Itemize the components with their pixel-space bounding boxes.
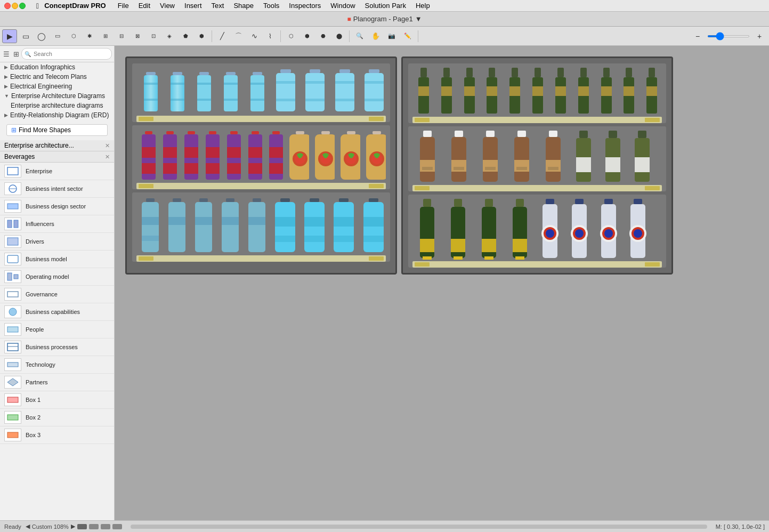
shape-item-partners[interactable]: Partners bbox=[0, 374, 114, 391]
tool-7[interactable]: ⊟ bbox=[114, 29, 129, 43]
menu-text[interactable]: Text bbox=[207, 2, 229, 10]
arc-tool[interactable]: ⌒ bbox=[231, 29, 246, 43]
shape-item-business-design[interactable]: Business design sector bbox=[0, 198, 114, 215]
line-tool[interactable]: ╱ bbox=[215, 29, 230, 43]
shape-item-technology[interactable]: Technology bbox=[0, 356, 114, 374]
page-indicator-4[interactable] bbox=[112, 524, 122, 529]
page-indicator-2[interactable] bbox=[89, 524, 99, 529]
products-row bbox=[412, 199, 662, 260]
shape-item-business-cap[interactable]: Business capabilities bbox=[0, 303, 114, 321]
lib-header-enterprise[interactable]: Enterprise architecture... ✕ bbox=[0, 140, 114, 151]
menu-insert[interactable]: Insert bbox=[180, 2, 206, 10]
title-dropdown-arrow[interactable]: ▼ bbox=[415, 15, 422, 23]
camera-tool[interactable]: 📷 bbox=[384, 29, 399, 43]
sidebar-item-enterprise-sub[interactable]: Enterprise architecture diagrams bbox=[0, 101, 114, 110]
lib-close-icon[interactable]: ✕ bbox=[105, 154, 110, 160]
tool-4[interactable]: ⬡ bbox=[66, 29, 81, 43]
find-shapes-button[interactable]: ⊞ Find More Shapes bbox=[6, 124, 108, 136]
search-wrap: 🔍 bbox=[21, 48, 112, 60]
shape-item-influencers[interactable]: Influencers bbox=[0, 215, 114, 233]
shape-item-business-proc[interactable]: Business processes bbox=[0, 338, 114, 356]
poly-tool-4[interactable]: ⬤ bbox=[331, 29, 346, 43]
zoom-slider[interactable] bbox=[707, 35, 750, 37]
zoom-out-button[interactable]: − bbox=[690, 29, 705, 43]
page-indicator-3[interactable] bbox=[101, 524, 110, 529]
poly-tool-1[interactable]: ⬡ bbox=[284, 29, 298, 43]
zoom-in-btn[interactable]: 🔍 bbox=[352, 29, 367, 43]
menu-view[interactable]: View bbox=[156, 2, 179, 10]
sidebar-item-education[interactable]: ▶ Education Infographics bbox=[0, 62, 114, 72]
shape-item-business-intent[interactable]: Business intent sector bbox=[0, 180, 114, 198]
page-indicator-1[interactable] bbox=[77, 524, 87, 529]
poly-tool-2[interactable]: ⬢ bbox=[299, 29, 314, 43]
shape-item-operating-model[interactable]: Operating model bbox=[0, 268, 114, 286]
tool-10[interactable]: ◈ bbox=[162, 29, 177, 43]
shape-item-enterprise[interactable]: Enterprise bbox=[0, 163, 114, 180]
prev-page-btn[interactable]: ◀ bbox=[26, 523, 30, 530]
whiskey-bottle bbox=[538, 131, 568, 184]
minimize-button[interactable] bbox=[12, 3, 18, 9]
svg-rect-100 bbox=[146, 198, 155, 202]
svg-rect-173 bbox=[486, 131, 495, 137]
sidebar-list-view[interactable]: ☰ bbox=[2, 48, 11, 60]
select-tool[interactable]: ▶ bbox=[2, 29, 17, 43]
sidebar-item-electrical[interactable]: ▶ Electrical Engineering bbox=[0, 82, 114, 91]
vodka-bottle bbox=[565, 199, 593, 260]
pen-tool-2[interactable]: ✏️ bbox=[400, 29, 415, 43]
sidebar-grid-view[interactable]: ⊞ bbox=[12, 48, 20, 60]
shape-item-people[interactable]: People bbox=[0, 321, 114, 338]
rounded-rect-tool[interactable]: ▭ bbox=[50, 29, 65, 43]
svg-rect-83 bbox=[269, 163, 283, 174]
tool-6[interactable]: ⊞ bbox=[98, 29, 113, 43]
menu-edit[interactable]: Edit bbox=[134, 2, 155, 10]
menu-tools[interactable]: Tools bbox=[259, 2, 284, 10]
svg-rect-122 bbox=[304, 217, 325, 227]
horizontal-scrollbar[interactable] bbox=[131, 525, 707, 529]
hand-tool[interactable]: ✋ bbox=[368, 29, 383, 43]
wine-bottle-dark bbox=[595, 68, 617, 116]
shape-item-box3[interactable]: Box 3 bbox=[0, 426, 114, 444]
lib-close-icon[interactable]: ✕ bbox=[105, 142, 110, 149]
menu-help[interactable]: Help bbox=[411, 2, 434, 10]
tool-9[interactable]: ⊡ bbox=[146, 29, 161, 43]
tool-11[interactable]: ⬟ bbox=[178, 29, 193, 43]
sidebar-item-erd[interactable]: ▶ Entity-Relationship Diagram (ERD) bbox=[0, 110, 114, 120]
svg-rect-42 bbox=[276, 81, 295, 84]
sidebar-item-enterprise-arch[interactable]: ▼ Enterprise Architecture Diagrams bbox=[0, 91, 114, 101]
menu-window[interactable]: Window bbox=[326, 2, 359, 10]
svg-rect-168 bbox=[422, 167, 433, 170]
svg-rect-37 bbox=[250, 75, 264, 111]
next-page-btn[interactable]: ▶ bbox=[71, 523, 75, 530]
champagne-bottle bbox=[505, 199, 535, 260]
svg-rect-181 bbox=[549, 131, 557, 137]
rect-tool[interactable]: ▭ bbox=[18, 29, 33, 43]
close-button[interactable] bbox=[4, 3, 11, 9]
sidebar-item-electric[interactable]: ▶ Electric and Telecom Plans bbox=[0, 72, 114, 82]
lib-header-beverages[interactable]: Beverages ✕ bbox=[0, 151, 114, 163]
ellipse-tool[interactable]: ◯ bbox=[34, 29, 49, 43]
bezier-tool[interactable]: ⌇ bbox=[263, 29, 278, 43]
shape-item-business-model[interactable]: Business model bbox=[0, 251, 114, 268]
menu-file[interactable]: File bbox=[114, 2, 133, 10]
search-input[interactable] bbox=[21, 48, 112, 60]
shape-item-box1[interactable]: Box 1 bbox=[0, 391, 114, 409]
poly-tool-3[interactable]: ⬣ bbox=[315, 29, 330, 43]
shape-item-box2[interactable]: Box 2 bbox=[0, 409, 114, 426]
menu-shape[interactable]: Shape bbox=[229, 2, 258, 10]
menu-solution-park[interactable]: Solution Park bbox=[361, 2, 410, 10]
shape-item-drivers[interactable]: Drivers bbox=[0, 233, 114, 251]
maximize-button[interactable] bbox=[19, 3, 26, 9]
ready-status: Ready bbox=[4, 523, 21, 530]
wine-bottle-dark bbox=[527, 68, 548, 116]
tool-12[interactable]: ⬢ bbox=[194, 29, 209, 43]
svg-rect-187 bbox=[576, 157, 591, 172]
freehand-tool[interactable]: ∿ bbox=[247, 29, 262, 43]
zoom-in-button[interactable]: + bbox=[752, 29, 767, 43]
shape-item-governance[interactable]: Governance bbox=[0, 286, 114, 303]
tool-5[interactable]: ✱ bbox=[82, 29, 97, 43]
canvas-area[interactable] bbox=[115, 46, 769, 520]
menu-inspectors[interactable]: Inspectors bbox=[285, 2, 325, 10]
svg-rect-113 bbox=[253, 198, 261, 202]
tool-8[interactable]: ⊠ bbox=[130, 29, 145, 43]
svg-rect-134 bbox=[418, 86, 429, 96]
